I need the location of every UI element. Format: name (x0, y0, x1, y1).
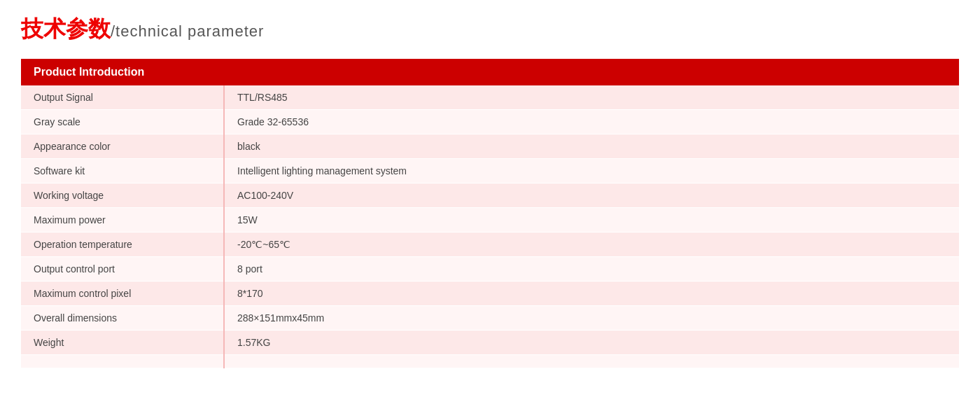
row-value: 15W (224, 208, 959, 233)
table-row: Operation temperature-20℃~65℃ (21, 233, 959, 257)
row-label: Output control port (21, 257, 224, 282)
spec-table: Product Introduction Output SignalTTL/RS… (21, 59, 959, 368)
table-row (21, 355, 959, 368)
row-label: Maximum control pixel (21, 282, 224, 306)
row-label: Output Signal (21, 85, 224, 110)
table-row: Appearance colorblack (21, 134, 959, 159)
row-label: Overall dimensions (21, 306, 224, 331)
row-value: 8*170 (224, 282, 959, 306)
table-row: Overall dimensions288×151mmx45mm (21, 306, 959, 331)
section-header: Product Introduction (21, 59, 959, 85)
table-row: Software kitIntelligent lighting managem… (21, 159, 959, 183)
title-chinese: 技术参数 (21, 16, 111, 41)
row-value: AC100-240V (224, 183, 959, 208)
row-value: -20℃~65℃ (224, 233, 959, 257)
row-label: Maximum power (21, 208, 224, 233)
table-row: Maximum control pixel8*170 (21, 282, 959, 306)
row-value: 8 port (224, 257, 959, 282)
row-value: TTL/RS485 (224, 85, 959, 110)
table-row: Maximum power15W (21, 208, 959, 233)
table-row: Working voltageAC100-240V (21, 183, 959, 208)
row-value (224, 355, 959, 368)
row-value: Grade 32-65536 (224, 110, 959, 134)
row-value: 288×151mmx45mm (224, 306, 959, 331)
row-value: black (224, 134, 959, 159)
row-label: Software kit (21, 159, 224, 183)
title-english: /technical parameter (111, 22, 264, 40)
table-row: Gray scaleGrade 32-65536 (21, 110, 959, 134)
row-value: Intelligent lighting management system (224, 159, 959, 183)
row-label: Appearance color (21, 134, 224, 159)
table-row: Weight1.57KG (21, 331, 959, 355)
table-row: Output control port8 port (21, 257, 959, 282)
row-value: 1.57KG (224, 331, 959, 355)
row-label: Operation temperature (21, 233, 224, 257)
row-label (21, 355, 224, 368)
row-label: Gray scale (21, 110, 224, 134)
table-row: Output SignalTTL/RS485 (21, 85, 959, 110)
row-label: Working voltage (21, 183, 224, 208)
page-title: 技术参数/technical parameter (21, 14, 959, 45)
row-label: Weight (21, 331, 224, 355)
